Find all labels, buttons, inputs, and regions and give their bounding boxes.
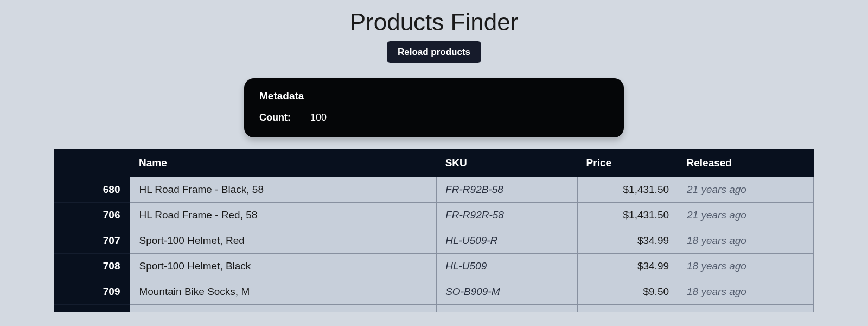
cell-name [130,305,437,312]
column-id [54,149,130,177]
cell-price: $1,431.50 [578,177,678,203]
cell-sku: SO-B909-M [437,279,578,305]
table-row: 707Sport-100 Helmet, RedHL-U509-R$34.991… [54,228,814,254]
cell-released: 18 years ago [678,254,814,279]
page-title: Products Finder [350,9,519,36]
cell-name: Sport-100 Helmet, Black [130,254,437,279]
column-price: Price [578,149,678,177]
metadata-count-value: 100 [310,112,327,123]
products-table: Name SKU Price Released 680HL Road Frame… [54,149,814,312]
cell-sku: HL-U509-R [437,228,578,254]
table-row: 680HL Road Frame - Black, 58FR-R92B-58$1… [54,177,814,203]
cell-released: 21 years ago [678,177,814,203]
metadata-heading: Metadata [259,90,609,102]
cell-id: 680 [54,177,130,203]
cell-released: 18 years ago [678,228,814,254]
cell-name: HL Road Frame - Red, 58 [130,203,437,228]
cell-price: $34.99 [578,254,678,279]
cell-sku: FR-R92R-58 [437,203,578,228]
cell-price [578,305,678,312]
cell-released: 18 years ago [678,279,814,305]
cell-sku: HL-U509 [437,254,578,279]
cell-sku: FR-R92B-58 [437,177,578,203]
metadata-count-label: Count: [259,112,291,123]
cell-name: HL Road Frame - Black, 58 [130,177,437,203]
table-row: 708Sport-100 Helmet, BlackHL-U509$34.991… [54,254,814,279]
table-row: 706HL Road Frame - Red, 58FR-R92R-58$1,4… [54,203,814,228]
table-header-row: Name SKU Price Released [54,149,814,177]
cell-price: $1,431.50 [578,203,678,228]
cell-id: 707 [54,228,130,254]
cell-released: 21 years ago [678,203,814,228]
cell-sku [437,305,578,312]
cell-name: Sport-100 Helmet, Red [130,228,437,254]
cell-price: $9.50 [578,279,678,305]
metadata-card: Metadata Count: 100 [244,78,624,137]
table-row: 709Mountain Bike Socks, MSO-B909-M$9.501… [54,279,814,305]
table-row [54,305,814,312]
column-sku: SKU [437,149,578,177]
cell-name: Mountain Bike Socks, M [130,279,437,305]
cell-id: 709 [54,279,130,305]
column-released: Released [678,149,814,177]
column-name: Name [130,149,437,177]
cell-released [678,305,814,312]
cell-price: $34.99 [578,228,678,254]
cell-id: 708 [54,254,130,279]
reload-products-button[interactable]: Reload products [387,41,481,63]
cell-id: 706 [54,203,130,228]
cell-id [54,305,130,312]
